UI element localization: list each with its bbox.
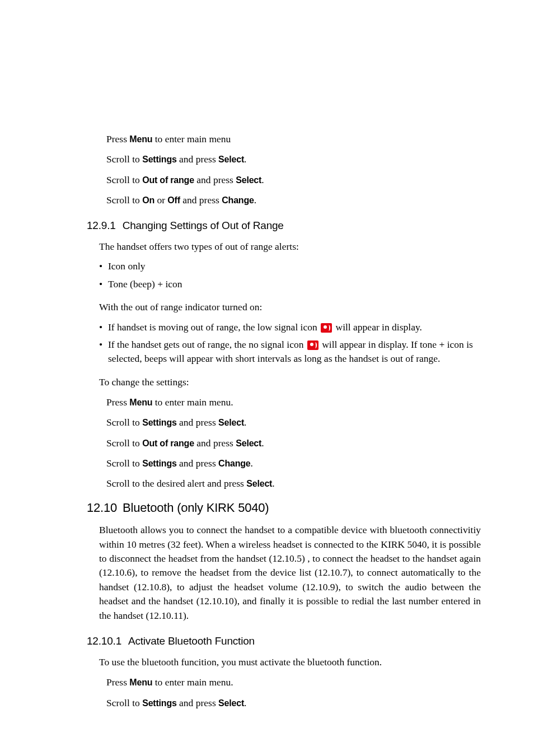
list-item: Icon only [99,259,481,273]
text: Scroll to [106,153,142,165]
text: Scroll to [106,458,142,469]
menu-keyword: Select [236,438,261,448]
text: and press [194,174,236,185]
instruction-line: Scroll to On or Off and press Change. [106,193,481,207]
document-page: Press Menu to enter main menu Scroll to … [0,0,534,756]
text: or [154,194,167,206]
heading-number: 12.10 [87,501,117,515]
instruction-line: Press Menu to enter main menu. [106,395,481,409]
menu-keyword: Select [218,155,244,164]
text: . [261,174,264,185]
text: . [244,697,246,708]
text: and press [180,194,222,206]
text: and press [194,437,236,449]
text: Press [106,396,129,408]
text: If the handset gets out of range, the no… [108,339,306,350]
menu-keyword: Out of range [142,438,194,448]
menu-keyword: Change [218,459,250,468]
heading-number: 12.10.1 [87,635,121,647]
text: to enter main menu. [152,676,233,688]
text: Press [106,133,129,144]
paragraph: To change the settings: [99,375,481,389]
text: Scroll to the desired alert and press [106,478,246,489]
menu-keyword: On [142,195,154,205]
text: . [254,194,256,206]
text: Scroll to [106,437,142,449]
menu-keyword: Settings [142,698,177,708]
heading-number: 12.9.1 [87,220,116,231]
instruction-line: Scroll to the desired alert and press Se… [106,476,481,491]
text: and press [177,153,218,165]
text: Press [106,676,129,688]
instruction-line: Scroll to Out of range and press Select. [106,172,481,187]
heading-12-10-1: 12.10.1Activate Bluetooth Function [87,635,481,647]
menu-keyword: Select [236,175,261,185]
text: to enter main menu. [152,396,233,408]
text: and press [177,458,218,469]
menu-keyword: Off [167,195,180,205]
heading-12-10: 12.10Bluetooth (only KIRK 5040) [87,501,481,515]
text: . [244,417,246,428]
no-signal-icon [307,340,318,350]
menu-keyword: Out of range [142,175,194,185]
text: Scroll to [106,697,142,708]
menu-keyword: Menu [129,134,152,144]
text: Scroll to [106,417,142,428]
heading-title: Activate Bluetooth Function [128,635,255,647]
menu-keyword: Select [218,418,244,427]
menu-keyword: Select [246,479,272,488]
bullet-list: Icon only Tone (beep) + icon [99,259,481,291]
paragraph: The handset offers two types of out of r… [99,240,481,254]
text: and press [177,417,218,428]
menu-keyword: Select [218,698,244,708]
text: If handset is moving out of range, the l… [108,321,320,333]
text: Scroll to [106,174,142,185]
bullet-list: If handset is moving out of range, the l… [99,320,481,366]
paragraph: With the out of range indicator turned o… [99,300,481,314]
low-signal-icon [321,323,332,333]
text: Scroll to [106,194,142,206]
instruction-line: Scroll to Out of range and press Select. [106,436,481,450]
instruction-line: Scroll to Settings and press Select. [106,152,481,166]
text: will appear in display. [333,321,422,333]
menu-keyword: Settings [142,459,177,468]
list-item: Tone (beep) + icon [99,277,481,291]
text: . [272,478,274,489]
menu-keyword: Settings [142,155,177,164]
text: . [244,153,246,165]
menu-keyword: Change [222,195,254,205]
menu-keyword: Settings [142,418,177,427]
text: and press [177,697,218,708]
text: . [261,437,264,449]
paragraph: To use the bluetooth funcition, you must… [99,655,481,669]
menu-keyword: Menu [129,678,152,687]
instruction-line: Scroll to Settings and press Change. [106,456,481,470]
instruction-line: Press Menu to enter main menu [106,132,481,146]
instruction-line: Scroll to Settings and press Select. [106,696,481,710]
heading-title: Changing Settings of Out of Range [123,220,284,231]
paragraph: Bluetooth allows you to connect the hand… [99,523,481,623]
text: to enter main menu [152,133,231,144]
menu-keyword: Menu [129,398,152,407]
instruction-line: Press Menu to enter main menu. [106,675,481,689]
list-item: If the handset gets out of range, the no… [99,338,481,366]
instruction-line: Scroll to Settings and press Select. [106,415,481,430]
list-item: If handset is moving out of range, the l… [99,320,481,334]
text: . [251,458,253,469]
heading-title: Bluetooth (only KIRK 5040) [123,501,269,515]
heading-12-9-1: 12.9.1Changing Settings of Out of Range [87,220,481,232]
